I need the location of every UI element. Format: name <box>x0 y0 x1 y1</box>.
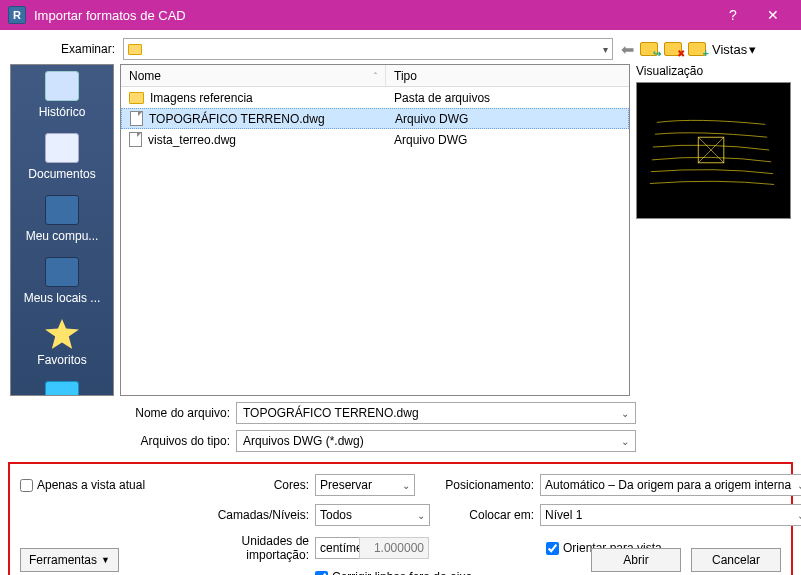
places-computador[interactable]: Meu compu... <box>11 189 113 251</box>
chevron-down-icon: ⌄ <box>621 408 629 419</box>
back-icon[interactable]: ⬅ <box>621 40 634 59</box>
orientar-checkbox[interactable] <box>546 542 559 555</box>
unidades-factor <box>359 537 429 559</box>
file-type: Pasta de arquivos <box>386 91 629 105</box>
app-icon: R <box>8 6 26 24</box>
vista-atual-checkbox[interactable] <box>20 479 33 492</box>
places-rede[interactable]: Meus locais ... <box>11 251 113 313</box>
filename-combo[interactable]: TOPOGRÁFICO TERRENO.dwg⌄ <box>236 402 636 424</box>
views-label: Vistas <box>712 42 747 57</box>
vista-atual-label: Apenas a vista atual <box>37 478 145 492</box>
top-bar: Examinar: ▾ ⬅ Vistas ▾ <box>0 30 801 64</box>
nav-icons: ⬅ Vistas ▾ <box>621 40 756 59</box>
svg-rect-0 <box>637 83 790 218</box>
chevron-down-icon: ⌄ <box>621 436 629 447</box>
close-button[interactable]: ✕ <box>753 7 793 23</box>
cores-select[interactable]: Preservar⌄ <box>315 474 415 496</box>
places-bar: Histórico Documentos Meu compu... Meus l… <box>10 64 114 396</box>
folder-icon <box>129 92 144 104</box>
unidades-label: Unidades de importação: <box>180 534 315 562</box>
file-type: Arquivo DWG <box>386 133 629 147</box>
open-button[interactable]: Abrir <box>591 548 681 572</box>
preview-box <box>636 82 791 219</box>
views-menu[interactable]: Vistas ▾ <box>712 42 756 57</box>
places-desktop[interactable]: Área de tra... <box>11 375 113 396</box>
file-icon <box>130 111 143 126</box>
folder-new-icon[interactable] <box>688 42 706 56</box>
column-type[interactable]: Tipo <box>386 69 629 83</box>
column-name[interactable]: Nomeˆ <box>121 65 386 86</box>
filetype-label: Arquivos do tipo: <box>126 434 230 448</box>
posicionamento-label: Posicionamento: <box>430 478 540 492</box>
cores-label: Cores: <box>180 478 315 492</box>
places-historico[interactable]: Histórico <box>11 65 113 127</box>
file-type: Arquivo DWG <box>387 112 628 126</box>
posicionamento-select[interactable]: Automático – Da origem para a origem int… <box>540 474 801 496</box>
chevron-down-icon: ▾ <box>603 44 608 55</box>
corrigir-checkbox[interactable] <box>315 571 328 576</box>
documents-icon <box>45 133 79 163</box>
computer-icon <box>45 195 79 225</box>
folder-icon <box>128 44 142 55</box>
file-name: TOPOGRÁFICO TERRENO.dwg <box>149 112 325 126</box>
file-name: vista_terreo.dwg <box>148 133 236 147</box>
help-button[interactable]: ? <box>713 7 753 23</box>
file-row[interactable]: vista_terreo.dwgArquivo DWG <box>121 129 629 150</box>
filetype-combo[interactable]: Arquivos DWG (*.dwg)⌄ <box>236 430 636 452</box>
places-favoritos[interactable]: Favoritos <box>11 313 113 375</box>
preview-label: Visualização <box>636 64 791 78</box>
window-title: Importar formatos de CAD <box>34 8 713 23</box>
desktop-icon <box>45 381 79 396</box>
camadas-label: Camadas/Níveis: <box>180 508 315 522</box>
corrigir-label: Corrigir linhas fora de eixo <box>332 570 472 575</box>
colocar-label: Colocar em: <box>430 508 540 522</box>
network-icon <box>45 257 79 287</box>
examine-label: Examinar: <box>10 42 115 56</box>
filename-label: Nome do arquivo: <box>126 406 230 420</box>
folder-up-icon[interactable] <box>640 42 658 56</box>
preview-column: Visualização <box>636 64 791 396</box>
colocar-select[interactable]: Nível 1⌄ <box>540 504 801 526</box>
chevron-down-icon: ▾ <box>749 42 756 57</box>
file-browser: Nomeˆ Tipo Imagens referenciaPasta de ar… <box>120 64 630 396</box>
file-name: Imagens referencia <box>150 91 253 105</box>
path-combo[interactable]: ▾ <box>123 38 613 60</box>
file-icon <box>129 132 142 147</box>
ferramentas-button[interactable]: Ferramentas ▼ <box>20 548 119 572</box>
star-icon <box>45 319 79 349</box>
import-options: Apenas a vista atual Cores: Preservar⌄ P… <box>8 462 793 575</box>
file-row[interactable]: Imagens referenciaPasta de arquivos <box>121 87 629 108</box>
file-list: Imagens referenciaPasta de arquivosTOPOG… <box>121 87 629 395</box>
cancel-button[interactable]: Cancelar <box>691 548 781 572</box>
file-row[interactable]: TOPOGRÁFICO TERRENO.dwgArquivo DWG <box>121 108 629 129</box>
title-bar: R Importar formatos de CAD ? ✕ <box>0 0 801 30</box>
camadas-select[interactable]: Todos⌄ <box>315 504 430 526</box>
places-documentos[interactable]: Documentos <box>11 127 113 189</box>
chevron-down-icon: ▼ <box>101 555 110 565</box>
history-icon <box>45 71 79 101</box>
file-header: Nomeˆ Tipo <box>121 65 629 87</box>
folder-delete-icon[interactable] <box>664 42 682 56</box>
sort-indicator: ˆ <box>374 71 377 81</box>
filename-area: Nome do arquivo: TOPOGRÁFICO TERRENO.dwg… <box>0 396 801 456</box>
preview-image <box>637 83 790 218</box>
main-row: Histórico Documentos Meu compu... Meus l… <box>0 64 801 396</box>
